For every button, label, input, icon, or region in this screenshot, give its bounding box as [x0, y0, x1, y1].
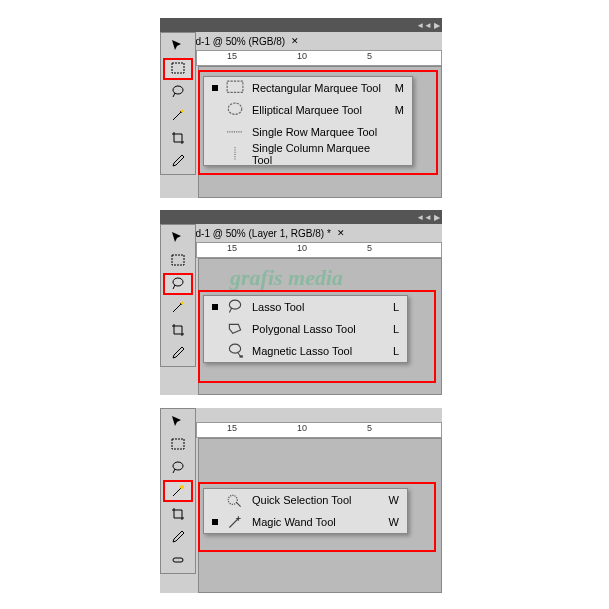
shortcut-key: L [385, 323, 399, 335]
svg-point-11 [229, 344, 240, 353]
current-marker-icon [212, 85, 218, 91]
ruler-tick: 10 [297, 243, 307, 253]
poly-lasso-icon [226, 321, 244, 337]
ellipse-marquee-icon [226, 102, 244, 118]
eyedropper-tool[interactable] [163, 526, 193, 548]
lasso-flyout: Lasso ToolL Polygonal Lasso ToolL Magnet… [203, 295, 408, 363]
marquee-tool[interactable] [163, 250, 193, 272]
wand-icon [226, 514, 244, 530]
marquee-flyout: Rectangular Marquee ToolM Elliptical Mar… [203, 76, 413, 166]
quick-sel-icon [226, 492, 244, 508]
flyout-item-lasso[interactable]: Lasso ToolL [204, 296, 407, 318]
flyout-item-rectangular-marquee[interactable]: Rectangular Marquee ToolM [204, 77, 412, 99]
move-tool[interactable] [163, 35, 193, 57]
eyedropper-tool[interactable] [163, 342, 193, 364]
healing-brush-tool[interactable] [163, 549, 193, 571]
flyout-label: Polygonal Lasso Tool [252, 323, 377, 335]
flyout-item-quick-selection[interactable]: Quick Selection ToolW [204, 489, 407, 511]
flyout-label: Magic Wand Tool [252, 516, 377, 528]
lasso-tool[interactable] [163, 81, 193, 103]
shortcut-key: M [390, 104, 404, 116]
ruler-tick: 10 [297, 51, 307, 61]
flyout-label: Magnetic Lasso Tool [252, 345, 377, 357]
ruler-tick: 5 [367, 243, 372, 253]
flyout-item-polygonal-lasso[interactable]: Polygonal Lasso ToolL [204, 318, 407, 340]
flyout-label: Rectangular Marquee Tool [252, 82, 382, 94]
ruler-tick: 15 [227, 51, 237, 61]
lasso-icon [226, 299, 244, 315]
flyout-item-magnetic-lasso[interactable]: Magnetic Lasso ToolL [204, 340, 407, 362]
flyout-label: Lasso Tool [252, 301, 377, 313]
flyout-item-elliptical-marquee[interactable]: Elliptical Marquee ToolM [204, 99, 412, 121]
flyout-item-single-row-marquee[interactable]: Single Row Marquee Tool [204, 121, 412, 143]
current-marker-icon [212, 304, 218, 310]
flyout-label: Quick Selection Tool [252, 494, 377, 506]
shortcut-key: L [385, 345, 399, 357]
wand-tool[interactable] [163, 296, 193, 318]
watermark-text: grafis media [230, 265, 343, 291]
row-marquee-icon [226, 124, 244, 140]
flyout-item-single-column-marquee[interactable]: Single Column Marquee Tool [204, 143, 412, 165]
crop-tool[interactable] [163, 503, 193, 525]
horizontal-ruler: 15 10 5 [196, 50, 442, 66]
svg-point-8 [173, 278, 183, 286]
move-tool[interactable] [163, 411, 193, 433]
ruler-tick: 5 [367, 51, 372, 61]
flyout-label: Single Column Marquee Tool [252, 142, 382, 166]
svg-rect-7 [172, 255, 184, 265]
document-tab[interactable]: ed-1 @ 50% (Layer 1, RGB/8) *✕ [160, 224, 442, 242]
close-icon[interactable]: ✕ [291, 36, 299, 46]
shortcut-key: W [385, 516, 399, 528]
ruler-tick: 5 [367, 423, 372, 433]
document-tab[interactable]: ed-1 @ 50% (RGB/8)✕ [160, 32, 442, 50]
wand-tool[interactable] [163, 104, 193, 126]
svg-point-10 [229, 300, 240, 309]
ruler-tick: 15 [227, 423, 237, 433]
panel-header: ◄◄▶ [160, 210, 442, 224]
collapse-icon[interactable]: ◄◄ [416, 213, 432, 222]
svg-rect-16 [173, 558, 183, 562]
shortcut-key: L [385, 301, 399, 313]
col-marquee-icon [226, 146, 244, 162]
tab-title: ed-1 @ 50% (Layer 1, RGB/8) * [190, 228, 331, 239]
flyout-item-magic-wand[interactable]: Magic Wand ToolW [204, 511, 407, 533]
screenshot-panel-1: ◄◄▶ ed-1 @ 50% (RGB/8)✕ 15 10 5 Rectangu… [160, 18, 442, 198]
current-marker-icon [212, 519, 218, 525]
eyedropper-tool[interactable] [163, 150, 193, 172]
flyout-label: Elliptical Marquee Tool [252, 104, 382, 116]
panel-header: ◄◄▶ [160, 18, 442, 32]
collapse-icon[interactable]: ◄◄ [416, 21, 432, 30]
screenshot-panel-2: ◄◄▶ ed-1 @ 50% (Layer 1, RGB/8) *✕ 15 10… [160, 210, 442, 395]
flyout-label: Single Row Marquee Tool [252, 126, 382, 138]
lasso-tool[interactable] [163, 273, 193, 295]
marquee-tool[interactable] [163, 58, 193, 80]
shortcut-key: M [390, 82, 404, 94]
lasso-tool[interactable] [163, 457, 193, 479]
expand-icon[interactable]: ▶ [434, 213, 440, 222]
wand-flyout: Quick Selection ToolW Magic Wand ToolW [203, 488, 408, 534]
rect-marquee-icon [226, 80, 244, 96]
marquee-tool[interactable] [163, 434, 193, 456]
svg-point-4 [228, 103, 242, 114]
svg-rect-12 [240, 356, 243, 358]
svg-point-9 [181, 302, 184, 305]
tab-title: ed-1 @ 50% (RGB/8) [190, 36, 285, 47]
svg-point-14 [173, 462, 183, 470]
screenshot-panel-3: 15 10 5 Quick Selection ToolW Magic Wand… [160, 408, 442, 593]
horizontal-ruler: 15 10 5 [196, 422, 442, 438]
ruler-tick: 10 [297, 423, 307, 433]
svg-rect-13 [172, 439, 184, 449]
crop-tool[interactable] [163, 319, 193, 341]
mag-lasso-icon [226, 343, 244, 359]
crop-tool[interactable] [163, 127, 193, 149]
svg-rect-3 [227, 81, 243, 92]
expand-icon[interactable]: ▶ [434, 21, 440, 30]
svg-rect-0 [172, 63, 184, 73]
move-tool[interactable] [163, 227, 193, 249]
horizontal-ruler: 15 10 5 [196, 242, 442, 258]
svg-point-1 [173, 86, 183, 94]
close-icon[interactable]: ✕ [337, 228, 345, 238]
tools-palette [160, 224, 196, 367]
tools-palette [160, 408, 196, 574]
wand-tool[interactable] [163, 480, 193, 502]
